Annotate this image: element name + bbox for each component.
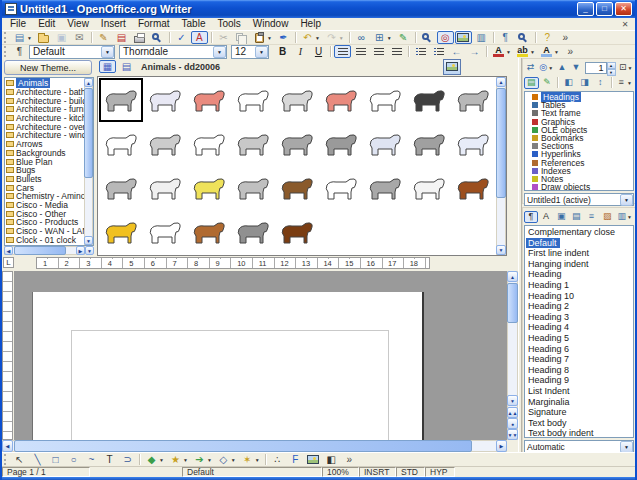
status-insert-mode[interactable]: INSRT: [359, 467, 396, 477]
gallery-item-camel-brown[interactable]: [275, 166, 319, 210]
navigator-button[interactable]: ◎: [437, 31, 454, 44]
status-selection-mode[interactable]: STD: [396, 467, 425, 477]
gallery-item-hen-yellow[interactable]: [99, 210, 143, 254]
styles-window-button[interactable]: ¶: [11, 45, 28, 58]
spellcheck-button[interactable]: ✓: [173, 31, 190, 44]
scroll-down-icon[interactable]: ▼: [84, 236, 93, 245]
font-name-combobox[interactable]: Thorndale ▼: [119, 45, 227, 59]
gallery-item-dolphin[interactable]: [451, 122, 495, 166]
italic-button[interactable]: I: [292, 45, 309, 58]
paragraph-style-combobox[interactable]: Default ▼: [29, 45, 115, 59]
style-item-heading-10[interactable]: Heading 10: [526, 291, 632, 302]
block-arrows-button[interactable]: ➔▼: [191, 453, 214, 466]
symbol-shapes-button[interactable]: ★▼: [167, 453, 190, 466]
gallery-preview-button[interactable]: [443, 59, 461, 75]
bold-button[interactable]: B: [274, 45, 291, 58]
menu-edit[interactable]: Edit: [32, 18, 61, 29]
style-item-text-body-indent[interactable]: Text body indent: [526, 428, 632, 438]
page-number-value[interactable]: 1: [585, 62, 607, 74]
detail-view-button[interactable]: ▤: [118, 60, 135, 73]
style-item-heading-1[interactable]: Heading 1: [526, 280, 632, 291]
style-item-signature[interactable]: Signature: [526, 407, 632, 418]
style-item-text-body[interactable]: Text body: [526, 418, 632, 429]
document-page[interactable]: [32, 292, 424, 440]
document-vscrollbar[interactable]: ▲ ▼ ▲▲ ● ▼▼: [507, 271, 518, 440]
spinner-down-icon[interactable]: ▼: [607, 69, 616, 76]
gallery-item-pig[interactable]: [187, 78, 231, 122]
menu-tools[interactable]: Tools: [211, 18, 246, 29]
font-dropdown-icon[interactable]: ▼: [213, 46, 226, 58]
document-hscrollbar[interactable]: ◀ ▶: [2, 440, 507, 452]
stars-banners-dropdown-icon[interactable]: ▼: [255, 457, 260, 463]
document-area[interactable]: [14, 271, 507, 440]
navigator-document-combobox[interactable]: Untitled1 (active) ▼: [524, 193, 634, 206]
gallery-item-goose[interactable]: [407, 166, 451, 210]
flowcharts-dropdown-icon[interactable]: ▼: [231, 457, 236, 463]
style-item-heading-5[interactable]: Heading 5: [526, 333, 632, 344]
gallery-item-turkey[interactable]: [231, 210, 275, 254]
gallery-item-lion[interactable]: [187, 166, 231, 210]
scroll-thumb[interactable]: [84, 88, 93, 178]
title-bar[interactable]: Untitled1 - OpenOffice.org Writer _ □ ✕: [2, 0, 635, 18]
toolbar-grip-2[interactable]: [4, 46, 8, 57]
character-styles-button[interactable]: A: [539, 211, 553, 223]
status-hyperlink-mode[interactable]: HYP: [425, 467, 455, 477]
content-view-button[interactable]: ▤: [524, 77, 539, 89]
style-item-first-line-indent[interactable]: First line indent: [526, 248, 632, 259]
status-page-style[interactable]: Default: [182, 467, 322, 477]
theme-item-clock-01-clock[interactable]: Clock - 01 clock: [6, 235, 93, 244]
insert-table-button[interactable]: ⊞▼: [371, 31, 394, 44]
fill-format-mode-button[interactable]: ▨: [600, 211, 614, 223]
page-number-spinner[interactable]: 1▲▼: [585, 62, 616, 74]
gallery-item-wolf[interactable]: [407, 122, 451, 166]
redo-button[interactable]: ↷▼: [323, 31, 346, 44]
heading-levels-button[interactable]: ≡▼: [614, 77, 634, 89]
align-center-button[interactable]: [352, 45, 369, 58]
anchor-text-button[interactable]: ↕: [593, 77, 608, 89]
line-button[interactable]: ╲: [29, 453, 46, 466]
scroll-right-icon[interactable]: ▶: [76, 246, 85, 255]
points-button[interactable]: ∴: [269, 453, 286, 466]
list-styles-button[interactable]: ≡: [584, 211, 598, 223]
callouts-button[interactable]: ⊃: [119, 453, 136, 466]
style-item-list-indent[interactable]: List Indent: [526, 386, 632, 397]
gallery-item-horse[interactable]: [275, 78, 319, 122]
overflow-button[interactable]: »: [341, 453, 358, 466]
zoom-button[interactable]: [515, 31, 532, 44]
gallery-item-cow-sketch[interactable]: [187, 122, 231, 166]
style-item-heading-9[interactable]: Heading 9: [526, 375, 632, 386]
scroll-down-icon[interactable]: ▼: [496, 245, 506, 255]
menu-insert[interactable]: Insert: [95, 18, 132, 29]
spinner-up-icon[interactable]: ▲: [607, 62, 616, 69]
navigation-button[interactable]: ◎▼: [538, 62, 555, 74]
previous-object-button[interactable]: ▲: [556, 62, 569, 74]
scroll-thumb[interactable]: [507, 283, 518, 323]
status-zoom[interactable]: 100%: [322, 467, 359, 477]
page-styles-button[interactable]: ▤: [569, 211, 583, 223]
gallery-item-snail[interactable]: [99, 78, 143, 122]
style-item-heading-2[interactable]: Heading 2: [526, 301, 632, 312]
menu-file[interactable]: File: [4, 18, 32, 29]
align-right-button[interactable]: [370, 45, 387, 58]
menu-format[interactable]: Format: [132, 18, 176, 29]
text-button[interactable]: T: [101, 453, 118, 466]
gallery-item-duck[interactable]: [363, 166, 407, 210]
gallery-item-pig-sketch[interactable]: [231, 78, 275, 122]
document-close-button[interactable]: ✕: [619, 20, 631, 29]
icon-view-button[interactable]: ▦: [99, 60, 116, 73]
footer-button[interactable]: ◨: [577, 77, 592, 89]
background-color-button[interactable]: A▼: [538, 45, 561, 58]
style-item-heading-8[interactable]: Heading 8: [526, 365, 632, 376]
highlighting-button[interactable]: ab▼: [514, 45, 537, 58]
set-reminder-button[interactable]: ✎: [540, 77, 555, 89]
scroll-thumb[interactable]: [14, 246, 66, 255]
gallery-vscrollbar[interactable]: ▲ ▼: [496, 77, 506, 255]
format-paintbrush-button[interactable]: ✒: [275, 31, 292, 44]
autospellcheck-button[interactable]: A: [191, 31, 208, 44]
style-item-heading[interactable]: Heading: [526, 269, 632, 280]
drag-mode-dropdown-icon[interactable]: ▼: [628, 65, 633, 71]
gallery-item-elephant-pink[interactable]: [319, 78, 363, 122]
gallery-item-cat[interactable]: [231, 166, 275, 210]
tab-stop-selector[interactable]: L: [3, 257, 14, 268]
navigator-document-dropdown-icon[interactable]: ▼: [620, 194, 633, 206]
